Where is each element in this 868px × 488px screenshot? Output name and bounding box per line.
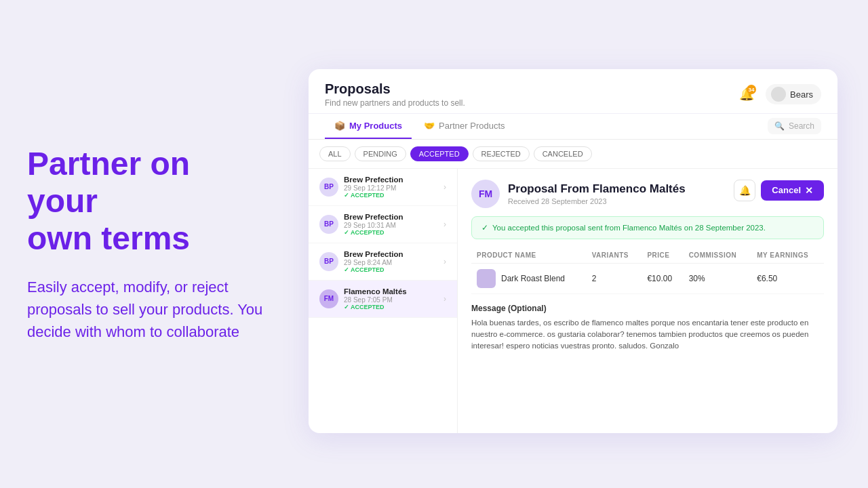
list-item[interactable]: BP Brew Prefection 29 Sep 10:31 AM ✓ ACC… xyxy=(309,206,457,243)
detail-header-left: FM Proposal From Flamenco Maltés Receive… xyxy=(471,180,686,208)
page-title: Proposals xyxy=(325,81,465,97)
proposal-name: Brew Prefection xyxy=(344,213,438,221)
variants-cell: 2 xyxy=(587,263,642,293)
message-text: Hola buenas tardes, os escribo de flamen… xyxy=(471,317,824,352)
page-subtitle: Find new partners and products to sell. xyxy=(325,98,465,108)
chevron-right-icon: › xyxy=(443,182,446,192)
commission-cell: 30% xyxy=(684,263,752,293)
product-name: Dark Roast Blend xyxy=(501,274,565,283)
product-thumbnail xyxy=(477,269,496,288)
title-line2: own terms xyxy=(27,220,190,256)
chevron-right-icon: › xyxy=(443,294,446,304)
proposal-status: ✓ ACCEPTED xyxy=(344,266,438,273)
col-header-product-name: PRODUCT NAME xyxy=(471,247,587,264)
message-section: Message (Optional) Hola buenas tardes, o… xyxy=(471,304,824,352)
detail-title-area: Proposal From Flamenco Maltés Received 2… xyxy=(508,182,686,205)
check-icon: ✓ xyxy=(344,192,349,199)
accepted-banner: ✓ You accepted this proposal sent from F… xyxy=(471,216,824,239)
col-header-commission: COMMISSION xyxy=(684,247,752,264)
content-area: BP Brew Prefection 29 Sep 12:12 PM ✓ ACC… xyxy=(309,169,837,433)
filter-row: ALL PENDING ACCEPTED REJECTED CANCELED xyxy=(309,140,837,169)
price-cell: €10.00 xyxy=(642,263,683,293)
list-item[interactable]: FM Flamenco Maltés 28 Sep 7:05 PM ✓ ACCE… xyxy=(309,281,457,318)
search-icon: 🔍 xyxy=(774,121,785,131)
proposal-name: Flamenco Maltés xyxy=(344,287,438,296)
cancel-button[interactable]: Cancel ✕ xyxy=(761,180,824,201)
bell-detail-button[interactable]: 🔔 xyxy=(734,180,755,201)
detail-title: Proposal From Flamenco Maltés xyxy=(508,182,686,196)
filter-all[interactable]: ALL xyxy=(319,146,351,161)
hero-title: Partner on your own terms xyxy=(27,145,264,258)
check-icon: ✓ xyxy=(344,266,349,273)
list-item[interactable]: BP Brew Prefection 29 Sep 12:12 PM ✓ ACC… xyxy=(309,169,457,206)
proposal-info: Brew Prefection 29 Sep 8:24 AM ✓ ACCEPTE… xyxy=(344,250,438,273)
filter-canceled[interactable]: CANCELED xyxy=(534,146,592,161)
proposal-status: ✓ ACCEPTED xyxy=(344,304,438,310)
proposal-status: ✓ ACCEPTED xyxy=(344,229,438,236)
col-header-price: PRICE xyxy=(642,247,683,264)
proposal-name: Brew Prefection xyxy=(344,250,438,258)
notification-badge: 34 xyxy=(747,85,756,94)
tabs-bar: 📦 My Products 🤝 Partner Products 🔍 Searc… xyxy=(309,114,837,140)
proposal-date: 29 Sep 10:31 AM xyxy=(344,222,438,229)
search-placeholder: Search xyxy=(789,121,814,131)
avatar xyxy=(771,87,786,102)
accepted-banner-text: You accepted this proposal sent from Fla… xyxy=(492,224,766,232)
products-table: PRODUCT NAME VARIANTS PRICE COMMISSION M… xyxy=(471,247,824,294)
proposal-date: 29 Sep 8:24 AM xyxy=(344,259,438,266)
detail-received: Received 28 September 2023 xyxy=(508,197,686,205)
avatar: BP xyxy=(319,252,338,271)
right-section: Proposals Find new partners and products… xyxy=(292,56,868,433)
check-icon: ✓ xyxy=(344,304,349,310)
chevron-right-icon: › xyxy=(443,220,446,229)
chevron-right-icon: › xyxy=(443,257,446,266)
product-cell: Dark Roast Blend xyxy=(477,269,581,288)
avatar: BP xyxy=(319,178,338,197)
top-bar: Proposals Find new partners and products… xyxy=(309,69,837,114)
message-label: Message (Optional) xyxy=(471,304,824,313)
tab-partner-products-label: Partner Products xyxy=(439,121,505,131)
notification-bell-button[interactable]: 🔔 34 xyxy=(736,83,757,105)
bell-icon: 🔔 xyxy=(739,185,751,196)
avatar: FM xyxy=(319,289,338,308)
proposal-date: 28 Sep 7:05 PM xyxy=(344,296,438,304)
filter-pending[interactable]: PENDING xyxy=(355,146,406,161)
list-item[interactable]: BP Brew Prefection 29 Sep 8:24 AM ✓ ACCE… xyxy=(309,243,457,281)
title-line1: Partner on your xyxy=(27,146,190,219)
proposals-list: BP Brew Prefection 29 Sep 12:12 PM ✓ ACC… xyxy=(309,169,458,433)
app-window: Proposals Find new partners and products… xyxy=(309,69,837,433)
detail-header: FM Proposal From Flamenco Maltés Receive… xyxy=(471,180,824,208)
partner-products-icon: 🤝 xyxy=(424,121,435,131)
my-products-icon: 📦 xyxy=(334,121,345,131)
user-pill[interactable]: Bears xyxy=(766,84,821,104)
check-circle-icon: ✓ xyxy=(481,223,488,232)
x-icon: ✕ xyxy=(805,185,813,196)
proposal-info: Brew Prefection 29 Sep 12:12 PM ✓ ACCEPT… xyxy=(344,176,438,199)
top-bar-right: 🔔 34 Bears xyxy=(736,83,821,105)
tab-my-products[interactable]: 📦 My Products xyxy=(325,114,412,139)
col-header-variants: VARIANTS xyxy=(587,247,642,264)
search-box[interactable]: 🔍 Search xyxy=(768,118,821,134)
col-header-earnings: MY EARNINGS xyxy=(751,247,824,264)
earnings-cell: €6.50 xyxy=(751,263,824,293)
hero-subtitle: Easily accept, modify, or reject proposa… xyxy=(27,276,264,343)
table-row: Dark Roast Blend 2 €10.00 30% €6.50 xyxy=(471,263,824,293)
proposal-info: Flamenco Maltés 28 Sep 7:05 PM ✓ ACCEPTE… xyxy=(344,287,438,310)
detail-header-right: 🔔 Cancel ✕ xyxy=(734,180,824,201)
check-icon: ✓ xyxy=(344,229,349,236)
proposal-status: ✓ ACCEPTED xyxy=(344,192,438,199)
cancel-label: Cancel xyxy=(772,185,801,195)
filter-rejected[interactable]: REJECTED xyxy=(473,146,530,161)
proposal-name: Brew Prefection xyxy=(344,176,438,184)
tab-partner-products[interactable]: 🤝 Partner Products xyxy=(414,114,515,139)
tab-my-products-label: My Products xyxy=(349,121,402,131)
filter-accepted[interactable]: ACCEPTED xyxy=(410,146,469,161)
product-name-cell: Dark Roast Blend xyxy=(471,263,587,293)
proposal-detail: FM Proposal From Flamenco Maltés Receive… xyxy=(458,169,837,433)
top-bar-left: Proposals Find new partners and products… xyxy=(325,81,465,108)
left-section: Partner on your own terms Easily accept,… xyxy=(0,118,292,371)
user-name: Bears xyxy=(790,89,813,100)
proposal-date: 29 Sep 12:12 PM xyxy=(344,184,438,192)
avatar: BP xyxy=(319,215,338,234)
proposal-info: Brew Prefection 29 Sep 10:31 AM ✓ ACCEPT… xyxy=(344,213,438,236)
